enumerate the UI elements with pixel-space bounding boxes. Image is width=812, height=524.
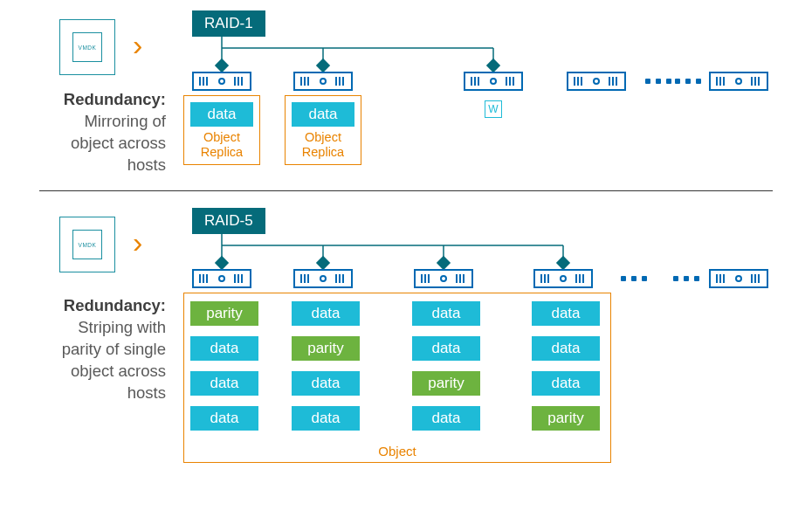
host-icon [533,269,593,288]
object-replica-box: data Object Replica [183,95,260,165]
data-block: data [189,335,259,362]
parity-block: parity [411,370,481,396]
host-icon [192,269,251,288]
data-block: data [531,300,601,327]
raid5-badge: RAID-5 [192,208,265,234]
vmdk-box-icon: VMDK [59,217,115,272]
object-box: paritydatadatadatadataparitydatadatadata… [183,293,611,463]
host-icon [293,269,353,288]
data-block: data [291,300,361,327]
svg-rect-16 [437,257,450,269]
data-block: data [411,405,481,431]
raid5-section: VMDK › Redundancy: Striping with parity … [0,201,812,515]
redundancy-title: Redundancy: [64,296,166,314]
redundancy-text-raid5: Redundancy: Striping with parity of sing… [39,295,166,404]
svg-rect-6 [317,59,329,72]
parity-block: parity [531,405,601,431]
data-block: data [531,370,601,396]
svg-rect-17 [557,257,569,269]
data-block: data [291,370,361,396]
host-icon [414,269,473,288]
section-divider [39,190,773,191]
redundancy-desc: Mirroring of object across hosts [71,112,166,174]
data-block: data [291,101,355,128]
svg-rect-5 [216,59,228,72]
raid1-badge: RAID-1 [192,10,265,37]
host-icon [192,72,251,91]
svg-rect-7 [487,59,499,72]
vmdk-label: VMDK [72,230,102,259]
vmdk-box-icon: VMDK [59,19,115,75]
object-replica-box: data Object Replica [285,95,361,165]
svg-rect-15 [317,257,329,269]
parity-block: parity [189,300,259,327]
object-label: Object [184,444,610,458]
replica-label: Object Replica [286,130,361,161]
data-block: data [531,335,601,362]
data-block: data [291,405,361,431]
data-block: data [189,101,254,128]
host-icon [709,269,768,288]
ellipsis-icon [645,79,671,84]
host-icon [567,72,626,91]
tree-connector-raid1 [188,35,537,74]
data-block: data [411,300,481,327]
tree-connector-raid5 [188,232,607,272]
raid1-section: VMDK › Redundancy: Mirroring of object a… [0,10,812,185]
data-block: data [189,370,259,396]
data-block: data [411,335,481,362]
chevron-right-icon: › [133,30,142,59]
ellipsis-icon [621,276,647,281]
ellipsis-icon [673,276,699,281]
ellipsis-icon [675,79,701,84]
witness-box: W [485,100,502,118]
redundancy-desc: Striping with parity of single object ac… [62,318,166,402]
data-block: data [189,405,259,431]
redundancy-text-raid1: Redundancy: Mirroring of object across h… [39,89,166,176]
redundancy-title: Redundancy: [64,90,166,108]
replica-label: Object Replica [184,130,259,161]
host-icon [293,72,353,91]
host-icon [464,72,523,91]
chevron-right-icon: › [133,227,142,257]
vmdk-label: VMDK [72,32,102,62]
host-icon [709,72,768,91]
parity-block: parity [291,335,361,362]
svg-rect-14 [216,257,228,269]
